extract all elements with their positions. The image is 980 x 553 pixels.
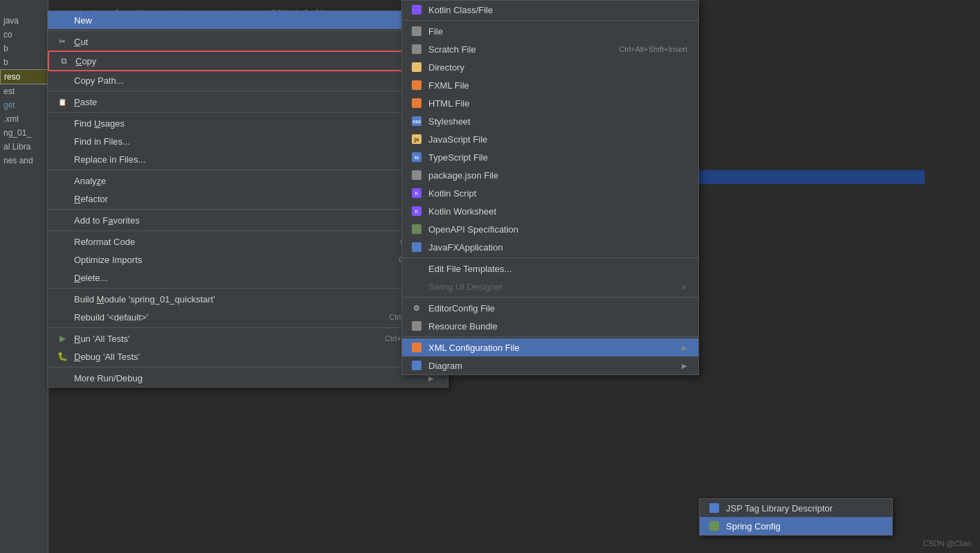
submenu-item-kotlin-script[interactable]: K Kotlin Script — [402, 184, 698, 202]
submenu-item-resource-bundle[interactable]: Resource Bundle — [402, 317, 698, 335]
sidebar-item-ng01: ng_01_ — [0, 126, 48, 140]
menu-item-find-files[interactable]: Find in Files... Ctrl+H — [48, 132, 448, 150]
submenu-sep-4 — [402, 336, 698, 337]
submenu-item-js[interactable]: js JavaScript File — [402, 130, 698, 148]
submenu-label-scratch: Scratch File — [428, 44, 619, 55]
analyze-icon — [56, 174, 69, 187]
sidebar-item-est: est — [0, 84, 48, 98]
submenu-label-directory: Directory — [428, 62, 687, 73]
jsp-tag-icon — [708, 502, 720, 514]
submenu-item-json[interactable]: package.json File — [402, 166, 698, 184]
menu-item-favorites[interactable]: Add to Favorites ▶ — [48, 211, 448, 229]
menu-label-run-tests: Run 'All Tests' — [74, 334, 364, 344]
menu-item-copy[interactable]: ⧉ Copy Ctrl+C — [48, 51, 448, 71]
editorconfig-icon: ⚙ — [410, 302, 423, 314]
submenu-item-diagram[interactable]: Diagram ▶ — [402, 356, 698, 374]
refactor-icon — [56, 192, 69, 205]
menu-item-reformat[interactable]: Reformat Code Ctrl+Alt+L — [48, 233, 448, 251]
javafx-icon — [410, 241, 423, 253]
submenu-arrow-diagram: ▶ — [682, 362, 687, 370]
html-icon — [410, 97, 423, 109]
submenu-label-kotlin-script: Kotlin Script — [428, 188, 687, 199]
submenu-item-edit-templates[interactable]: Edit File Templates... — [402, 260, 698, 278]
menu-label-debug-tests: Debug 'All Tests' — [74, 352, 434, 362]
submenu-item-openapi[interactable]: OpenAPI Specification — [402, 220, 698, 238]
menu-item-copy-path[interactable]: Copy Path... — [48, 71, 448, 89]
submenu-item-file[interactable]: File — [402, 22, 698, 40]
submenu-label-xml-config: XML Configuration File — [428, 343, 682, 353]
menu-item-optimize[interactable]: Optimize Imports Ctrl+Alt+O — [48, 251, 448, 269]
diagram-icon — [410, 359, 423, 372]
favorites-icon — [56, 214, 69, 226]
menu-item-new[interactable]: New ▶ — [48, 11, 448, 29]
separator-8 — [48, 327, 448, 328]
replace-files-icon — [56, 153, 69, 165]
menu-item-rebuild[interactable]: Rebuild '<default>' Ctrl+Shift+F9 — [48, 308, 448, 326]
menu-item-refactor[interactable]: Refactor ▶ — [48, 190, 448, 208]
submenu-label-resource-bundle: Resource Bundle — [428, 321, 687, 332]
paste-icon: 📋 — [56, 96, 69, 108]
menu-item-find-usages[interactable]: Find Usages Ctrl+G — [48, 114, 448, 132]
submenu-item-kotlin-worksheet[interactable]: K Kotlin Worksheet — [402, 202, 698, 220]
spring-config-icon — [708, 520, 720, 532]
submenu-item-html[interactable]: HTML File — [402, 94, 698, 112]
openapi-icon — [410, 223, 423, 235]
submenu-xml-config: JSP Tag Library Descriptor Spring Config — [699, 498, 893, 536]
submenu-label-openapi: OpenAPI Specification — [428, 224, 687, 235]
menu-label-find-usages: Find Usages — [74, 118, 391, 129]
submenu-item-spring-config[interactable]: Spring Config — [700, 517, 892, 535]
menu-item-cut[interactable]: Cut Ctrl+X — [48, 33, 448, 51]
delete-icon — [56, 271, 69, 284]
menu-label-delete: Delete... — [74, 273, 391, 283]
copy-icon: ⧉ — [57, 55, 70, 67]
submenu-item-editorconfig[interactable]: ⚙ EditorConfig File — [402, 299, 698, 317]
submenu-arrow-more-run: ▶ — [428, 374, 434, 382]
menu-item-debug-tests[interactable]: 🐛 Debug 'All Tests' — [48, 347, 448, 365]
menu-item-build-module[interactable]: Build Module 'spring_01_quickstart' — [48, 290, 448, 308]
submenu-item-xml-config[interactable]: XML Configuration File ▶ — [402, 338, 698, 356]
kotlin-worksheet-icon: K — [410, 205, 423, 217]
submenu-sep-3 — [402, 297, 698, 298]
submenu-item-scratch[interactable]: Scratch File Ctrl+Alt+Shift+Insert — [402, 40, 698, 58]
submenu-sep-2 — [402, 257, 698, 258]
menu-label-copy: Copy — [75, 56, 390, 66]
sidebar-item-get: get — [0, 98, 48, 112]
submenu-label-javafx: JavaFXApplication — [428, 242, 687, 253]
menu-label-paste: Paste — [74, 97, 392, 107]
menu-label-rebuild: Rebuild '<default>' — [74, 312, 368, 323]
menu-item-more-run[interactable]: More Run/Debug ▶ — [48, 369, 448, 387]
menu-item-analyze[interactable]: Analyze ▶ — [48, 172, 448, 190]
kotlin-class-icon — [410, 3, 423, 16]
submenu-label-file: File — [428, 26, 687, 37]
submenu-label-kotlin-class: Kotlin Class/File — [428, 5, 687, 15]
separator-9 — [48, 367, 448, 368]
menu-item-run-tests[interactable]: ▶ Run 'All Tests' Ctrl+Shift+F10 — [48, 329, 448, 347]
menu-label-copy-path: Copy Path... — [74, 75, 434, 86]
submenu-item-jsp-tag[interactable]: JSP Tag Library Descriptor — [700, 499, 892, 517]
menu-item-paste[interactable]: 📋 Paste Ctrl+V — [48, 93, 448, 111]
submenu-arrow-swing: ▶ — [682, 283, 687, 291]
menu-label-refactor: Refactor — [74, 194, 421, 204]
submenu-item-javafx[interactable]: JavaFXApplication — [402, 238, 698, 256]
submenu-item-kotlin-class[interactable]: Kotlin Class/File — [402, 1, 698, 19]
json-icon — [410, 169, 423, 181]
menu-label-build-module: Build Module 'spring_01_quickstart' — [74, 294, 434, 305]
submenu-item-ts[interactable]: ts TypeScript File — [402, 148, 698, 166]
submenu-label-js: JavaScript File — [428, 134, 687, 145]
sidebar-item-allibra: al Libra — [0, 140, 48, 154]
debug-icon: 🐛 — [56, 350, 69, 363]
menu-label-find-files: Find in Files... — [74, 136, 392, 147]
submenu-item-directory[interactable]: Directory — [402, 58, 698, 76]
xml-config-icon — [410, 341, 423, 354]
menu-item-delete[interactable]: Delete... Delete — [48, 269, 448, 287]
submenu-label-fxml: FXML File — [428, 80, 687, 91]
kotlin-script-icon: K — [410, 187, 423, 199]
submenu-item-swing: Swing UI Designer ▶ — [402, 278, 698, 296]
separator-3 — [48, 112, 448, 113]
submenu-item-stylesheet[interactable]: css Stylesheet — [402, 112, 698, 130]
menu-item-replace-files[interactable]: Replace in Files... — [48, 150, 448, 168]
menu-label-analyze: Analyze — [74, 176, 421, 186]
find-usages-icon — [56, 117, 69, 129]
menu-label-optimize: Optimize Imports — [74, 255, 378, 265]
submenu-item-fxml[interactable]: FXML File — [402, 76, 698, 94]
